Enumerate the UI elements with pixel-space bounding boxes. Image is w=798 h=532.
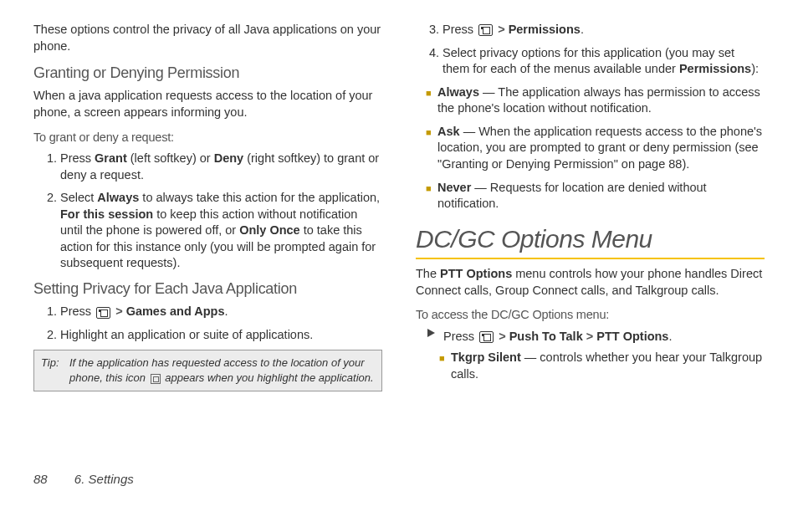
- dcgc-options: ■ Tkgrp Silent — controls whether you he…: [439, 350, 765, 382]
- permission-options: ■ Always — The application always has pe…: [426, 84, 765, 212]
- dcgc-lead: To access the DC/GC Options menu:: [416, 307, 765, 324]
- tip-text: If the application has requested access …: [69, 356, 375, 385]
- priv-step-2: Highlight an application or suite of app…: [60, 327, 382, 344]
- privacy-steps-cont: Press > Permissions. Select privacy opti…: [416, 22, 765, 78]
- opt-never: ■ Never — Requests for location are deni…: [426, 180, 765, 212]
- menu-key-icon: [478, 24, 493, 36]
- bullet-icon: ■: [426, 84, 437, 117]
- bullet-icon: ■: [426, 124, 437, 173]
- opt-tkgrp: ■ Tkgrp Silent — controls whether you he…: [439, 350, 765, 382]
- priv-step-1: Press > Games and Apps.: [60, 304, 382, 320]
- tip-label: Tip:: [41, 356, 69, 385]
- opt-ask: ■ Ask — When the application requests ac…: [426, 124, 765, 173]
- chapter-title: 6. Settings: [74, 472, 134, 486]
- grant-step-2: Select Always to always take this action…: [60, 190, 382, 272]
- page-footer: 88 6. Settings: [0, 468, 798, 486]
- menu-key-icon: [479, 331, 494, 343]
- priv-step-4: Select privacy options for this applicat…: [442, 45, 765, 78]
- arrow-icon: [427, 329, 435, 337]
- dcgc-step: Press > Push To Talk > PTT Options.: [427, 329, 765, 345]
- granting-steps: Press Grant (left softkey) or Deny (righ…: [33, 151, 382, 272]
- page-number: 88: [33, 472, 48, 486]
- heading-dcgc: DC/GC Options Menu: [416, 223, 765, 260]
- privacy-steps: Press > Games and Apps. Highlight an app…: [33, 304, 382, 343]
- dcgc-intro: The PTT Options menu controls how your p…: [416, 266, 765, 299]
- opt-always: ■ Always — The application always has pe…: [426, 84, 765, 117]
- granting-intro: When a java application requests access …: [33, 88, 382, 120]
- heading-privacy: Setting Privacy for Each Java Applicatio…: [33, 279, 382, 299]
- bullet-icon: ■: [439, 350, 451, 382]
- right-column: Press > Permissions. Select privacy opti…: [416, 17, 765, 460]
- granting-lead: To grant or deny a request:: [33, 130, 382, 146]
- priv-step-3: Press > Permissions.: [442, 22, 765, 38]
- menu-key-icon: [96, 307, 110, 319]
- left-column: These options control the privacy of all…: [33, 17, 382, 460]
- bullet-icon: ■: [426, 180, 437, 212]
- location-requested-icon: [151, 374, 161, 384]
- heading-granting: Granting or Denying Permission: [33, 63, 382, 83]
- intro-text: These options control the privacy of all…: [33, 22, 382, 54]
- tip-box: Tip: If the application has requested ac…: [33, 350, 382, 391]
- grant-step-1: Press Grant (left softkey) or Deny (righ…: [60, 151, 382, 183]
- page-columns: These options control the privacy of all…: [0, 0, 798, 468]
